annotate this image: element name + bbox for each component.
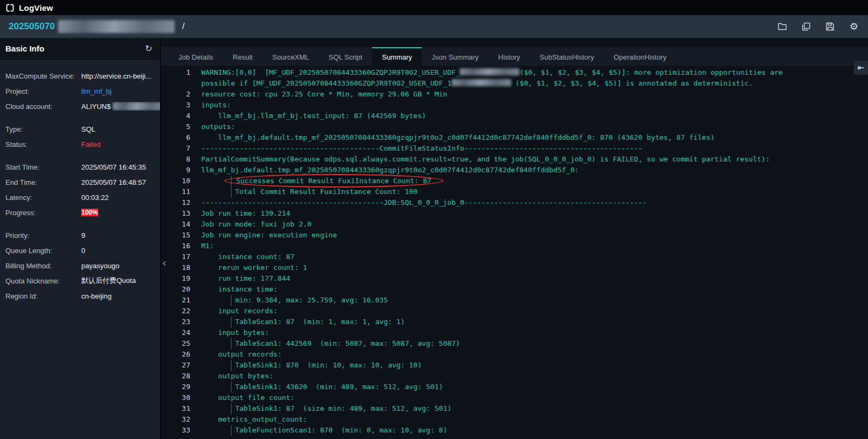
info-label: Queue Length: (5, 247, 81, 255)
info-queue-length: Queue Length:0 (0, 243, 160, 258)
info-start-time: Start Time:2025/05/07 16:45:35 (0, 159, 160, 175)
log-line: 24 input bytes: (161, 327, 868, 338)
info-status: Status:Failed (0, 137, 160, 152)
log-line: 13Job run time: 139.214 (161, 208, 868, 219)
tab-history[interactable]: History (488, 47, 530, 66)
top-bar: LogView (0, 0, 868, 15)
info-value[interactable]: llm_mf_bj (81, 87, 160, 95)
info-value: http://service.cn-beiji... (81, 72, 160, 80)
info-label: Progress: (5, 209, 81, 217)
info-progress: Progress:100% (0, 205, 160, 220)
tab-bar: Job DetailsResultSourceXMLSQL ScriptSumm… (161, 47, 868, 66)
tab-sql-script[interactable]: SQL Script (319, 47, 372, 66)
tab-result[interactable]: Result (223, 47, 262, 66)
line-number: 9 (161, 165, 190, 176)
line-number: 12 (161, 197, 190, 208)
content-area: Job DetailsResultSourceXMLSQL ScriptSumm… (161, 38, 868, 439)
line-text: outputs: (201, 121, 868, 132)
info-label: Project: (5, 87, 81, 95)
line-number: 28 (161, 371, 190, 382)
settings-gear-icon[interactable]: ⚙ (848, 21, 859, 32)
job-id: 202505070 (9, 21, 55, 32)
redacted-value (113, 102, 160, 111)
log-line: 23 TableScan1: 87 (min: 1, max: 1, avg: … (161, 317, 868, 327)
redacted-job-id (58, 20, 175, 33)
line-text: run time: 177.844 (201, 273, 868, 284)
log-line: 29 TableSink1: 43620 (min: 489, max: 512… (161, 382, 868, 392)
info-label: Type: (5, 125, 81, 133)
info-value: 2025/05/07 16:48:57 (81, 178, 160, 186)
line-number: 25 (161, 338, 190, 349)
line-number: 7 (161, 143, 190, 154)
line-text: Job run time: 139.214 (201, 208, 868, 219)
log-line: 1WARNING:[0,0] [MF_UDF_20250507084433360… (161, 67, 868, 89)
line-text: input bytes: (201, 327, 868, 338)
log-line: 2resource cost: cpu 23.25 Core * Min, me… (161, 89, 868, 100)
log-line: 17 instance count: 87 (161, 251, 868, 262)
tab-sourcexml[interactable]: SourceXML (262, 47, 319, 66)
info-project: Project:llm_mf_bj (0, 83, 160, 99)
line-text: WARNING:[0,0] [MF_UDF_20250507084433360G… (201, 67, 868, 89)
log-line: 25 TableScan1: 442569 (min: 5087, max: 5… (161, 338, 868, 349)
folder-icon[interactable] (777, 21, 788, 32)
app-title: LogView (19, 3, 53, 12)
refresh-icon[interactable]: ↻ (145, 44, 152, 53)
info-value: 默认后付费Quota (81, 276, 160, 286)
log-line: 10 Successes Commit Result FuxiInstance … (161, 176, 868, 186)
info-value: 9 (81, 231, 160, 240)
window-restore-icon[interactable] (801, 21, 812, 32)
path-separator: / (182, 22, 184, 31)
line-text: PartialCommitSummary(Because odps.sql.al… (201, 154, 868, 165)
tab-operationhistory[interactable]: OperationHistory (604, 47, 677, 66)
tab-job-details[interactable]: Job Details (169, 47, 223, 66)
line-number: 8 (161, 154, 190, 165)
log-line: 5outputs: (161, 121, 868, 132)
info-value: SQL (81, 125, 160, 133)
line-number: 22 (161, 306, 190, 317)
line-text: Job run engine: execution engine (201, 230, 868, 241)
log-line: 32 metrics_output_count: (161, 414, 868, 425)
log-line: 21 min: 9.384, max: 25.759, avg: 16.035 (161, 295, 868, 306)
collapse-panel-icon[interactable]: ⇤ (854, 61, 868, 75)
info-label: Billing Method: (5, 262, 81, 270)
info-label: Priority: (5, 231, 81, 240)
info-quota-nickname: Quota Nickname:默认后付费Quota (0, 273, 160, 288)
save-icon[interactable] (825, 21, 835, 32)
line-number: 27 (161, 360, 190, 371)
line-text: output file count: (201, 392, 868, 403)
line-text: M1: (201, 241, 868, 251)
line-number: 29 (161, 382, 190, 392)
line-text: ----------------------------------------… (201, 197, 868, 208)
line-number: 13 (161, 208, 190, 219)
line-number: 30 (161, 392, 190, 403)
info-value: 100% (81, 208, 160, 217)
info-value: ALIYUN$ (81, 102, 160, 111)
line-text: TableSink1: 43620 (min: 489, max: 512, a… (201, 382, 868, 392)
basic-info-header: Basic Info ↻ (0, 38, 160, 60)
basic-info-panel: Basic Info ↻ MaxCompute Service:http://s… (0, 38, 161, 439)
tab-json-summary[interactable]: Json Summary (422, 47, 488, 66)
line-text: ----------------------------------------… (201, 143, 868, 154)
tab-substatushistory[interactable]: SubStatusHistory (530, 47, 603, 66)
line-text: rerun worker count: 1 (201, 262, 868, 273)
tab-summary[interactable]: Summary (372, 47, 422, 66)
info-priority: Priority:9 (0, 228, 160, 243)
log-line: 15Job run engine: execution engine (161, 230, 868, 241)
line-text: llm_mf_bj.llm_mf_bj.test_input: 87 (4425… (201, 111, 868, 121)
log-line: 14Job run mode: fuxi job 2.0 (161, 219, 868, 230)
line-text: output records: (201, 349, 868, 360)
log-line: 9llm_mf_bj.default.tmp_mf_20250507084433… (161, 165, 868, 176)
line-text: TableFunctionScan1: 870 (min: 0, max: 10… (201, 425, 868, 436)
line-text: TableScan1: 442569 (min: 5087, max: 5087… (201, 338, 868, 349)
line-number: 15 (161, 230, 190, 241)
log-line: 27 TableSink1: 870 (min: 10, max: 10, av… (161, 360, 868, 371)
panel-title: Basic Info (5, 44, 44, 53)
basic-info-fields: MaxCompute Service:http://service.cn-bei… (0, 60, 160, 304)
log-line: 28 output bytes: (161, 371, 868, 382)
main-area: Basic Info ↻ MaxCompute Service:http://s… (0, 38, 868, 439)
sidebar-collapse-handle[interactable]: ‹ (160, 254, 169, 272)
info-value: payasyougo (81, 262, 160, 270)
line-text: inputs: (201, 100, 868, 111)
log-line: 19 run time: 177.844 (161, 273, 868, 284)
log-line: 30 output file count: (161, 392, 868, 403)
